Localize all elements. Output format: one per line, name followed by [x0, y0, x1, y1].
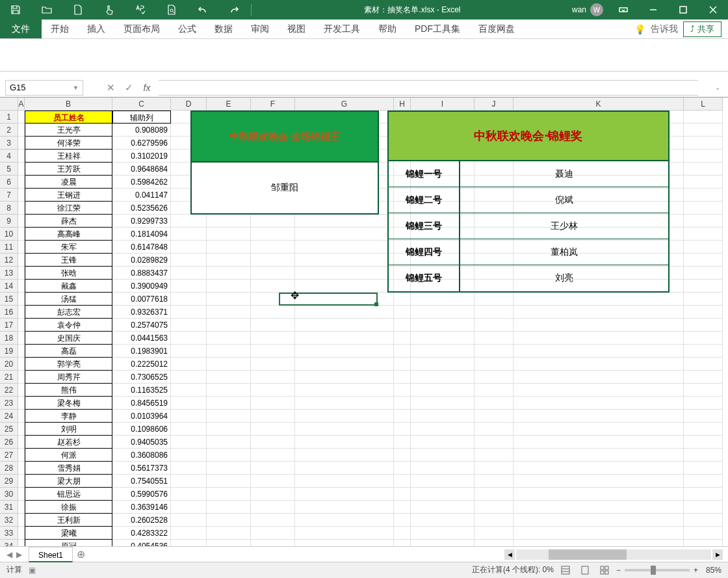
scroll-track[interactable] — [516, 549, 711, 560]
cell[interactable] — [684, 319, 723, 332]
scroll-thumb[interactable] — [549, 549, 627, 560]
cell[interactable] — [171, 384, 207, 397]
cell[interactable] — [411, 462, 474, 475]
cell[interactable] — [207, 501, 251, 514]
cell[interactable] — [394, 397, 411, 410]
cell[interactable] — [514, 540, 684, 546]
cell[interactable] — [411, 423, 474, 436]
redo-button[interactable] — [218, 0, 250, 20]
cell[interactable] — [207, 228, 251, 241]
cell[interactable] — [251, 332, 295, 345]
column-header-K[interactable]: K — [514, 98, 684, 110]
cell[interactable] — [684, 189, 723, 202]
row-header-28[interactable]: 28 — [0, 462, 18, 475]
cell[interactable] — [394, 436, 411, 449]
cell[interactable] — [251, 410, 295, 423]
cell[interactable] — [394, 410, 411, 423]
cell[interactable] — [474, 358, 514, 371]
cell[interactable] — [411, 540, 474, 546]
cell[interactable]: 赵若杉 — [25, 436, 112, 449]
cell[interactable]: 梁大朋 — [25, 475, 112, 488]
cell[interactable] — [474, 436, 514, 449]
cell[interactable] — [514, 423, 684, 436]
cell[interactable] — [411, 293, 474, 306]
cell[interactable] — [514, 488, 684, 501]
cell[interactable] — [514, 332, 684, 345]
row-header-19[interactable]: 19 — [0, 345, 18, 358]
cell[interactable] — [514, 345, 684, 358]
cell[interactable] — [207, 332, 251, 345]
cell[interactable]: 0.9648684 — [112, 163, 171, 176]
cell[interactable] — [18, 228, 25, 241]
cell[interactable]: 周秀芹 — [25, 371, 112, 384]
cell[interactable] — [684, 371, 723, 384]
cell[interactable] — [18, 124, 25, 137]
row-header-3[interactable]: 3 — [0, 137, 18, 150]
cell[interactable] — [171, 267, 207, 280]
view-pagebreak-button[interactable] — [597, 564, 612, 577]
cell[interactable]: 凌晨 — [25, 176, 112, 189]
cell[interactable] — [295, 267, 394, 280]
cell[interactable] — [171, 215, 207, 228]
row-header-21[interactable]: 21 — [0, 371, 18, 384]
spreadsheet-grid[interactable]: ABCDEFGHIJKL 123456789101112131415161718… — [0, 98, 728, 546]
cell[interactable] — [411, 436, 474, 449]
row-header-13[interactable]: 13 — [0, 267, 18, 280]
cell[interactable] — [684, 540, 723, 546]
cell[interactable] — [295, 397, 394, 410]
cell[interactable] — [251, 306, 295, 319]
cell[interactable]: 原冠 — [25, 540, 112, 546]
select-all-corner[interactable] — [0, 98, 18, 111]
minimize-button[interactable] — [638, 0, 668, 20]
cell[interactable] — [684, 176, 723, 189]
cell[interactable]: 梁冬梅 — [25, 397, 112, 410]
cell[interactable] — [394, 514, 411, 527]
cell[interactable] — [295, 358, 394, 371]
tab-data[interactable]: 数据 — [205, 20, 242, 38]
cell[interactable] — [684, 488, 723, 501]
cell[interactable] — [18, 293, 25, 306]
cell[interactable]: 0.5235626 — [112, 202, 171, 215]
cell[interactable]: 0.5984262 — [112, 176, 171, 189]
cell[interactable]: 0.0103964 — [112, 410, 171, 423]
cell[interactable] — [18, 280, 25, 293]
cell[interactable] — [18, 514, 25, 527]
tab-baidu[interactable]: 百度网盘 — [469, 20, 524, 38]
cell[interactable] — [207, 488, 251, 501]
cell[interactable] — [684, 449, 723, 462]
cell[interactable] — [18, 254, 25, 267]
cell[interactable]: 0.4283322 — [112, 527, 171, 540]
cell[interactable]: 辅助列 — [112, 111, 171, 124]
cell[interactable] — [514, 358, 684, 371]
column-header-D[interactable]: D — [171, 98, 207, 110]
column-header-I[interactable]: I — [411, 98, 474, 110]
cell[interactable] — [684, 137, 723, 150]
cell[interactable] — [295, 280, 394, 293]
cell[interactable]: 0.3102019 — [112, 150, 171, 163]
cell[interactable] — [251, 228, 295, 241]
cell[interactable] — [514, 306, 684, 319]
cell[interactable] — [18, 436, 25, 449]
row-header-30[interactable]: 30 — [0, 488, 18, 501]
row-header-7[interactable]: 7 — [0, 189, 18, 202]
cell[interactable] — [684, 345, 723, 358]
cell[interactable] — [411, 384, 474, 397]
row-header-5[interactable]: 5 — [0, 163, 18, 176]
cell[interactable]: 0.8883437 — [112, 267, 171, 280]
cell[interactable] — [684, 202, 723, 215]
row-header-9[interactable]: 9 — [0, 215, 18, 228]
cell[interactable] — [171, 527, 207, 540]
cell[interactable] — [394, 488, 411, 501]
cell[interactable] — [684, 215, 723, 228]
cell[interactable] — [394, 345, 411, 358]
cell[interactable]: 0.9405035 — [112, 436, 171, 449]
cell[interactable]: 0.1163525 — [112, 384, 171, 397]
cell[interactable] — [295, 436, 394, 449]
cell[interactable] — [684, 124, 723, 137]
cell[interactable] — [207, 436, 251, 449]
cell[interactable] — [295, 410, 394, 423]
cell[interactable]: 朱军 — [25, 241, 112, 254]
close-button[interactable] — [698, 0, 728, 20]
zoom-in-button[interactable]: + — [694, 566, 698, 575]
cell[interactable] — [514, 462, 684, 475]
